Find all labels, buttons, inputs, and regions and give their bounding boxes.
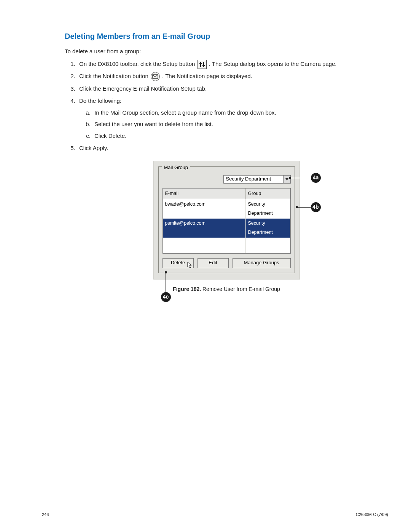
edit-button[interactable]: Edit (198, 258, 229, 268)
table-row[interactable]: bwade@pelco.com Security Department (163, 199, 290, 219)
step-3: Click the Emergency E-mail Notification … (77, 83, 388, 94)
step-4c: Click Delete. (92, 131, 388, 142)
table-header: E-mail Group (163, 189, 290, 200)
figure-area: Mail Group Security Department E-mail Gr… (153, 161, 300, 280)
table-row[interactable]: psmite@pelco.com Security Department (163, 219, 290, 238)
callout-4a: 4a (311, 173, 321, 183)
callout-lead-dot (296, 206, 298, 208)
cell-email: bwade@pelco.com (163, 199, 246, 219)
svg-rect-1 (203, 62, 204, 67)
figure-caption-text: Remove User from E-mail Group (201, 286, 280, 292)
cell-email: psmite@pelco.com (163, 219, 246, 238)
page-number: 246 (42, 512, 49, 517)
col-email: E-mail (163, 189, 246, 200)
callout-lead-dot (289, 177, 291, 179)
svg-rect-3 (202, 65, 205, 66)
step-4a: In the Mail Group section, select a grou… (92, 107, 388, 118)
doc-id: C2630M-C (7/09) (356, 512, 388, 517)
fieldset-legend: Mail Group (162, 163, 191, 173)
step-4: Do the following: In the Mail Group sect… (77, 96, 388, 141)
steps-list: On the DX8100 toolbar, click the Setup b… (65, 59, 388, 154)
edit-button-label: Edit (209, 258, 217, 268)
callout-lead (166, 272, 166, 292)
manage-groups-button[interactable]: Manage Groups (233, 258, 291, 268)
step-4-sublist: In the Mail Group section, select a grou… (79, 107, 388, 142)
cell-group: Security Department (246, 199, 290, 219)
callout-4c: 4c (161, 292, 171, 302)
step-2: Click the Notification button . The Noti… (77, 71, 388, 82)
step-2-text-a: Click the Notification button (79, 73, 150, 79)
step-1-text-a: On the DX8100 toolbar, click the Setup b… (79, 61, 197, 67)
step-4b: Select the user you want to delete from … (92, 119, 388, 130)
step-5: Click Apply. (77, 143, 388, 154)
members-table[interactable]: E-mail Group bwade@pelco.com Security De… (162, 188, 291, 254)
cursor-icon (187, 262, 193, 269)
intro-text: To delete a user from a group: (65, 46, 388, 57)
svg-rect-2 (199, 63, 202, 64)
figure-caption: Figure 182. Remove User from E-mail Grou… (65, 284, 388, 294)
svg-rect-0 (200, 62, 201, 67)
delete-button-label: Delete (171, 258, 185, 268)
notification-icon (151, 72, 160, 81)
group-dropdown-value: Security Department (224, 174, 283, 184)
callout-lead (296, 207, 311, 208)
mail-group-fieldset: Mail Group Security Department E-mail Gr… (158, 166, 295, 273)
manage-groups-button-label: Manage Groups (244, 258, 279, 268)
callout-lead (290, 178, 311, 179)
callout-lead-dot (165, 271, 167, 273)
cell-group: Security Department (246, 219, 290, 238)
step-1: On the DX8100 toolbar, click the Setup b… (77, 59, 388, 70)
col-group: Group (246, 189, 290, 200)
setup-icon (198, 60, 207, 69)
figure-caption-label: Figure 182. (173, 286, 201, 292)
step-2-text-b: . The Notification page is displayed. (162, 73, 252, 79)
group-dropdown[interactable]: Security Department (223, 175, 291, 184)
callout-4b: 4b (311, 202, 321, 212)
step-1-text-b: . The Setup dialog box opens to the Came… (209, 61, 337, 67)
mail-group-panel: Mail Group Security Department E-mail Gr… (153, 161, 300, 280)
section-heading: Deleting Members from an E-mail Group (65, 32, 388, 41)
delete-button[interactable]: Delete (162, 258, 194, 268)
